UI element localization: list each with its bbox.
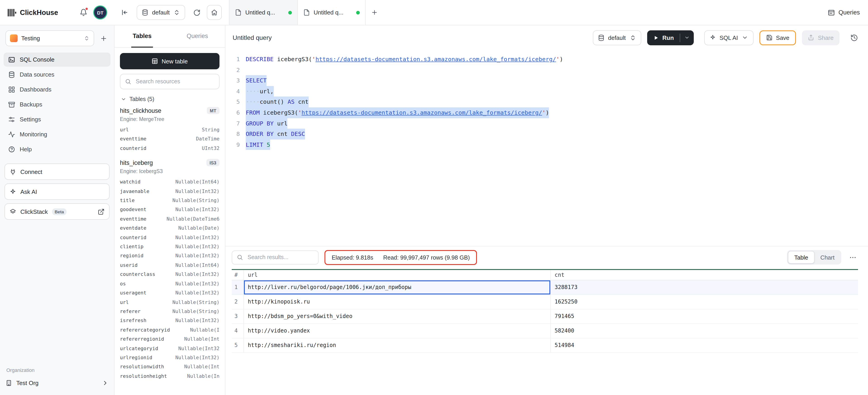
run-label: Run bbox=[662, 34, 674, 41]
queries-button[interactable]: Queries bbox=[828, 9, 860, 16]
results-row[interactable]: 2http://kinopoisk.ru1625250 bbox=[232, 294, 858, 309]
results-column-header[interactable]: url bbox=[244, 270, 550, 280]
sidebar-item-label: Settings bbox=[20, 116, 41, 123]
code-line: 5····count() AS cnt bbox=[225, 97, 868, 107]
query-tab[interactable]: Untitled q... bbox=[229, 0, 297, 25]
queries-label: Queries bbox=[838, 9, 860, 16]
topbar-left: ClickHouse DT bbox=[0, 0, 115, 25]
new-tab-button[interactable] bbox=[366, 0, 383, 25]
sql-ai-selector[interactable]: SQL AI bbox=[704, 30, 753, 45]
sidebar-item-settings[interactable]: Settings bbox=[4, 112, 111, 126]
line-number: 5 bbox=[225, 97, 240, 107]
results-search-input[interactable] bbox=[247, 254, 314, 261]
table-item[interactable]: hits_clickhouseMTEngine: MergeTreeurlStr… bbox=[120, 107, 219, 153]
results-column-header[interactable]: # bbox=[232, 270, 244, 280]
results-row[interactable]: 1http://liver.ru/belgorod/page/1006.jки/… bbox=[232, 280, 858, 294]
column-row: useridNullable(Int64) bbox=[120, 261, 219, 270]
organization-selector[interactable]: Test Org bbox=[5, 376, 108, 390]
notifications-button[interactable] bbox=[78, 7, 89, 18]
shortcut-label: Connect bbox=[20, 168, 42, 175]
new-table-button[interactable]: New table bbox=[120, 53, 219, 69]
cnt-cell[interactable]: 582400 bbox=[550, 323, 858, 338]
beta-badge: Beta bbox=[52, 208, 66, 215]
sidebar-item-monitoring[interactable]: Monitoring bbox=[4, 127, 111, 141]
code-line: 4····url, bbox=[225, 86, 868, 97]
sidebar-item-help[interactable]: Help bbox=[4, 142, 111, 156]
sidebar-item-sql-console[interactable]: SQL Console bbox=[4, 53, 111, 66]
file-icon bbox=[303, 9, 310, 16]
table-name: hits_clickhouse bbox=[120, 107, 161, 114]
save-button[interactable]: Save bbox=[759, 30, 796, 45]
view-toggle-chart[interactable]: Chart bbox=[814, 251, 840, 264]
sidebar-item-label: Backups bbox=[20, 101, 42, 108]
results-row[interactable]: 3http://bdsm_po_yers=0&with_video791465 bbox=[232, 309, 858, 323]
column-row: urlcategoryidNullable(Int32 bbox=[120, 344, 219, 353]
workspace-selector[interactable]: Testing bbox=[5, 30, 94, 46]
share-icon bbox=[808, 34, 814, 41]
clickstack-button[interactable]: ClickStackBeta bbox=[4, 203, 110, 220]
code-line: 1DESCRIBE icebergS3('https://datasets-do… bbox=[225, 54, 868, 64]
cnt-cell[interactable]: 514984 bbox=[550, 338, 858, 352]
results-header: #urlcnt bbox=[232, 270, 858, 280]
view-toggle-table[interactable]: Table bbox=[788, 251, 814, 264]
results-row[interactable]: 4http://video.yandex582400 bbox=[232, 323, 858, 338]
url-cell[interactable]: http://bdsm_po_yers=0&with_video bbox=[244, 309, 550, 323]
sidebar-item-data-sources[interactable]: Data sources bbox=[4, 67, 111, 82]
url-cell[interactable]: http://smeshariki.ru/region bbox=[244, 338, 550, 352]
file-icon bbox=[235, 9, 242, 16]
query-tab[interactable]: Untitled q... bbox=[297, 0, 366, 25]
clickhouse-logo[interactable]: ClickHouse bbox=[7, 8, 58, 17]
topbar-main: default Untitled q...Untitled q... Queri… bbox=[115, 0, 868, 25]
column-row: counteridUInt32 bbox=[120, 144, 219, 153]
url-cell[interactable]: http://video.yandex bbox=[244, 323, 550, 338]
connect-button[interactable]: Connect bbox=[4, 164, 110, 180]
terminal-icon bbox=[8, 56, 15, 63]
url-cell[interactable]: http://liver.ru/belgorod/page/1006.jки/д… bbox=[244, 280, 550, 294]
refresh-icon bbox=[193, 9, 200, 16]
chevron-updown-icon bbox=[629, 34, 636, 41]
run-options-button[interactable] bbox=[680, 30, 694, 45]
column-row: eventdateNullable(Date) bbox=[120, 224, 219, 233]
user-avatar[interactable]: DT bbox=[94, 6, 106, 19]
refresh-button[interactable] bbox=[193, 9, 200, 16]
share-button[interactable]: Share bbox=[802, 30, 839, 45]
ask-ai-button[interactable]: Ask AI bbox=[4, 184, 110, 200]
brand-name: ClickHouse bbox=[20, 8, 58, 17]
tables-group-header[interactable]: Tables (5) bbox=[120, 96, 219, 102]
cnt-cell[interactable]: 791465 bbox=[550, 309, 858, 323]
editor-header: Untitled query default Run SQL AI bbox=[225, 25, 868, 50]
column-row: javaenableNullable(Int32) bbox=[120, 187, 219, 196]
url-cell[interactable]: http://kinopoisk.ru bbox=[244, 294, 550, 309]
results-row[interactable]: 5http://smeshariki.ru/region514984 bbox=[232, 338, 858, 352]
run-button[interactable]: Run bbox=[647, 30, 680, 45]
cnt-cell[interactable]: 3288173 bbox=[550, 280, 858, 294]
app-root: ClickHouse DT default Untitled q...Untit… bbox=[0, 0, 868, 395]
query-history-button[interactable] bbox=[847, 31, 861, 45]
resources-search-input[interactable] bbox=[135, 78, 215, 85]
workspace-name: Testing bbox=[21, 35, 80, 42]
external-link-icon bbox=[98, 208, 104, 215]
add-workspace-button[interactable] bbox=[98, 32, 110, 44]
resources-tab-label: Tables bbox=[131, 25, 153, 48]
table-item[interactable]: hits_icebergIS3Engine: IcebergS3watchidN… bbox=[120, 159, 219, 381]
sql-editor[interactable]: 1DESCRIBE icebergS3('https://datasets-do… bbox=[225, 50, 868, 246]
archive-icon bbox=[8, 101, 15, 108]
results-more-button[interactable] bbox=[847, 253, 858, 261]
column-row: counterclassNullable(Int32) bbox=[120, 270, 219, 280]
column-row: regionidNullable(Int32) bbox=[120, 252, 219, 261]
topbar-database-selector[interactable]: default bbox=[137, 5, 185, 20]
sidebar-item-label: Data sources bbox=[20, 71, 54, 78]
share-label: Share bbox=[818, 34, 834, 41]
home-button[interactable] bbox=[207, 5, 222, 20]
cnt-cell[interactable]: 1625250 bbox=[550, 294, 858, 309]
collapse-panel-button[interactable] bbox=[121, 9, 128, 16]
resources-tab-tables[interactable]: Tables bbox=[115, 25, 170, 47]
results-column-header[interactable]: cnt bbox=[550, 270, 858, 280]
organization-label: Organization bbox=[5, 367, 108, 376]
resources-tab-queries[interactable]: Queries bbox=[170, 25, 225, 47]
column-row: resolutionwidthNullable(Int bbox=[120, 363, 219, 372]
sidebar-item-dashboards[interactable]: Dashboards bbox=[4, 82, 111, 96]
column-row: refererNullable(String) bbox=[120, 307, 219, 316]
editor-database-selector[interactable]: default bbox=[593, 30, 641, 45]
sidebar-item-backups[interactable]: Backups bbox=[4, 97, 111, 111]
